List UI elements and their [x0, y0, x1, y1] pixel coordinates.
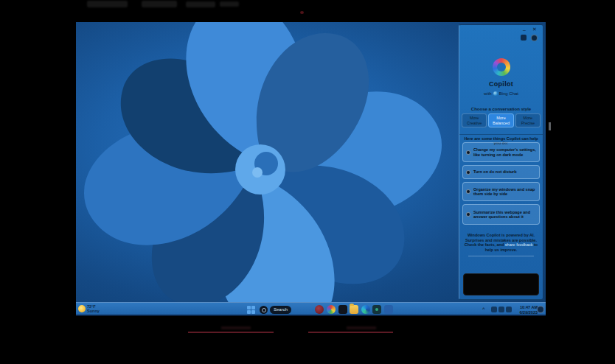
hidden-icons-chevron[interactable]: ^ — [482, 307, 485, 311]
annotation-dot — [300, 11, 304, 14]
taskbar: 72°F Sunny Search ^ 10:47 AM 6/29/20 — [76, 302, 546, 316]
blue-app-icon[interactable] — [384, 305, 393, 314]
bing-icon — [493, 91, 498, 96]
suggestion-text: Turn on do not disturb — [473, 169, 517, 175]
sun-icon — [78, 305, 86, 312]
weather-widget[interactable]: 72°F Sunny — [78, 304, 100, 313]
file-explorer-icon[interactable] — [350, 305, 358, 314]
suggestion-card[interactable]: Summarize this webpage and answer questi… — [462, 204, 540, 225]
style-more-creative-button[interactable]: More Creative — [462, 113, 487, 127]
annotation-underline — [188, 332, 274, 333]
clock-date: 6/29/2023 — [520, 310, 538, 315]
battery-icon[interactable] — [506, 307, 512, 312]
panel-title: Copilot — [459, 80, 543, 88]
share-feedback-link[interactable]: share feedback — [505, 242, 533, 247]
screenshot-canvas: – ✕ Copilot with Bing Chat Choose a conv… — [0, 0, 615, 364]
ai-disclaimer: Windows Copilot is powered by AI. Surpri… — [464, 233, 538, 252]
style-more-balanced-button[interactable]: More Balanced — [488, 113, 513, 127]
annotation-underline — [308, 332, 393, 333]
copilot-panel: – ✕ Copilot with Bing Chat Choose a conv… — [459, 24, 543, 300]
annotation-smudge — [87, 1, 128, 7]
suggestion-card[interactable]: Organize my windows and snap them side b… — [462, 182, 540, 201]
search-box[interactable]: Search — [270, 306, 291, 314]
annotation-mark — [549, 122, 551, 130]
copilot-logo-icon — [493, 58, 510, 76]
divider — [468, 256, 534, 256]
clock-time: 10:47 AM — [520, 305, 538, 309]
edge-icon[interactable] — [361, 305, 370, 314]
suggestion-icon — [466, 150, 470, 155]
minimize-icon[interactable]: – — [521, 27, 528, 33]
suggestion-icon — [466, 212, 470, 217]
avatar[interactable] — [531, 35, 538, 41]
close-icon[interactable]: ✕ — [531, 27, 538, 32]
suggestion-text: Summarize this webpage and answer questi… — [473, 210, 536, 220]
suggestion-card[interactable]: Turn on do not disturb — [462, 165, 540, 179]
weather-condition: Sunny — [87, 309, 100, 313]
conversation-style-row: More Creative More Balanced More Precise — [462, 113, 541, 127]
suggestion-icon — [466, 189, 470, 194]
style-more-precise-button[interactable]: More Precise — [515, 113, 541, 127]
more-options-icon[interactable] — [521, 35, 527, 41]
subtitle-prefix: with — [484, 91, 492, 96]
annotation-smudge — [142, 1, 177, 7]
desktop: – ✕ Copilot with Bing Chat Choose a conv… — [76, 22, 546, 316]
red-app-icon[interactable] — [315, 305, 324, 314]
search-icon[interactable] — [260, 306, 268, 314]
network-icon[interactable] — [491, 307, 497, 312]
panel-subtitle: with Bing Chat — [459, 91, 543, 96]
subtitle-brand: Bing Chat — [499, 91, 518, 96]
suggestion-card[interactable]: Change my computer's settings, like turn… — [462, 142, 540, 162]
start-button[interactable] — [247, 306, 255, 314]
annotation-smudge — [220, 1, 239, 7]
divider — [459, 134, 543, 135]
suggestion-icon — [466, 170, 470, 175]
notification-bell-icon[interactable] — [537, 306, 544, 313]
conversation-style-label: Choose a conversation style — [459, 107, 543, 111]
annotation-smudge — [347, 326, 376, 329]
annotation-smudge — [221, 326, 251, 329]
suggestion-text: Organize my windows and snap them side b… — [473, 187, 536, 197]
volume-icon[interactable] — [498, 307, 504, 312]
copilot-taskbar-icon[interactable] — [327, 305, 336, 314]
taskbar-clock[interactable]: 10:47 AM 6/29/2023 — [514, 305, 538, 315]
suggestion-text: Change my computer's settings, like turn… — [473, 147, 536, 157]
teal-app-icon[interactable] — [372, 305, 381, 314]
black-app-icon[interactable] — [338, 305, 347, 314]
annotation-smudge — [186, 1, 215, 7]
copilot-chat-input[interactable] — [463, 273, 539, 295]
